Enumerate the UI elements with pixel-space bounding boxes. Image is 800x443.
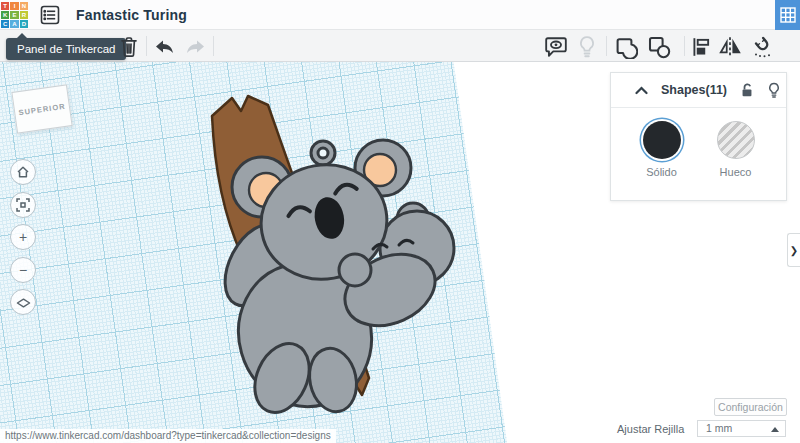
zoom-out-button[interactable]: −: [10, 257, 36, 283]
shapes-panel: Shapes(11) Sólido Hueco: [610, 72, 787, 201]
solid-label: Sólido: [646, 166, 677, 178]
undo-icon: [153, 39, 175, 55]
mirror-icon: [718, 35, 742, 59]
snap-grid-dropdown[interactable]: 1 mm: [697, 420, 786, 437]
snap-grid-value: 1 mm: [706, 422, 732, 434]
material-hollow[interactable]: Hueco: [717, 121, 755, 200]
view-cube-top[interactable]: SUPERIOR: [11, 84, 72, 133]
design-title[interactable]: Fantastic Turing: [76, 7, 187, 23]
solid-swatch[interactable]: [643, 121, 681, 159]
collapse-panel-button[interactable]: [635, 86, 648, 95]
snap-magnet-button[interactable]: [751, 35, 775, 59]
shapes-panel-header: Shapes(11): [611, 73, 786, 108]
koala-mother: [212, 140, 454, 422]
trash-icon: [119, 36, 139, 58]
fit-view-button[interactable]: [10, 192, 36, 218]
lightbulb-icon: [767, 82, 781, 99]
chevron-right-icon: ❯: [790, 245, 798, 256]
redo-icon: [185, 39, 207, 55]
group-button[interactable]: [614, 35, 638, 59]
chevron-up-icon: [635, 86, 648, 95]
toolbar-separator: [213, 36, 214, 56]
toolbar-separator: [684, 36, 685, 56]
tinkercad-logo[interactable]: TINKERCAD: [1, 2, 28, 29]
ungroup-icon: [647, 35, 671, 59]
toolbar-separator: [146, 36, 147, 56]
workplane-view-button[interactable]: [10, 289, 36, 315]
show-all-button[interactable]: [575, 35, 599, 59]
side-panel-expand-handle[interactable]: ❯: [787, 233, 800, 267]
list-icon: [40, 5, 60, 25]
snap-grid-label: Ajustar Rejilla: [617, 423, 684, 435]
hollow-label: Hueco: [720, 166, 752, 178]
eye-bubble-icon: [544, 35, 568, 59]
align-button[interactable]: [689, 35, 713, 59]
redo-button[interactable]: [184, 35, 208, 59]
undo-button[interactable]: [152, 35, 176, 59]
group-icon: [614, 35, 638, 59]
magnet-icon: [751, 34, 775, 60]
align-icon: [690, 35, 712, 59]
design-menu-button[interactable]: [39, 4, 61, 26]
toolbar-separator: [606, 36, 607, 56]
workplane-icon: [16, 296, 31, 309]
unlock-icon: [739, 82, 755, 98]
settings-button[interactable]: Configuración: [714, 398, 787, 416]
3d-viewport[interactable]: SUPERIOR + − Shapes(11): [0, 62, 800, 443]
lightbulb-icon: [576, 35, 598, 59]
grid-icon: [780, 7, 796, 23]
hug-hand: [339, 254, 371, 286]
apps-grid-button[interactable]: [775, 0, 800, 30]
top-bar: TINKERCAD Fantastic Turing: [0, 0, 800, 30]
visibility-bulb-button[interactable]: [767, 82, 781, 99]
home-view-button[interactable]: [10, 159, 36, 185]
mirror-button[interactable]: [718, 35, 742, 59]
unlock-button[interactable]: [739, 82, 755, 98]
material-solid[interactable]: Sólido: [643, 121, 681, 200]
zoom-in-button[interactable]: +: [10, 224, 36, 250]
shapes-panel-title: Shapes(11): [661, 83, 727, 97]
hide-selected-button[interactable]: [544, 35, 568, 59]
delete-button[interactable]: [117, 35, 141, 59]
home-icon: [16, 165, 30, 179]
material-options: Sólido Hueco: [611, 108, 786, 200]
fit-view-icon: [16, 198, 30, 212]
keychain-ring-hole: [318, 148, 328, 158]
hollow-swatch[interactable]: [717, 121, 755, 159]
status-bar-url: https://www.tinkercad.com/dashboard?type…: [0, 429, 336, 443]
editor-toolbar: Panel de Tinkercad: [0, 30, 800, 62]
caret-up-icon: [771, 427, 779, 432]
tooltip-panel-de-tinkercad: Panel de Tinkercad: [6, 38, 126, 60]
ungroup-button[interactable]: [647, 35, 671, 59]
